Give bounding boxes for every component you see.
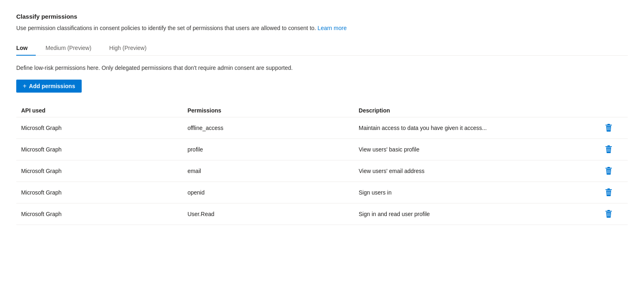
tab-high[interactable]: High (Preview)	[109, 41, 155, 55]
cell-description-4: Sign in and read user profile	[359, 203, 603, 225]
tab-description: Define low-risk permissions here. Only d…	[16, 64, 628, 72]
trash-icon	[605, 145, 612, 154]
cell-permission-1: profile	[187, 139, 358, 160]
col-header-permissions: Permissions	[187, 104, 358, 117]
page-description: Use permission classifications in consen…	[16, 24, 628, 32]
cell-action-2	[603, 160, 628, 182]
delete-button-4[interactable]	[603, 208, 614, 220]
trash-icon	[605, 124, 612, 132]
delete-button-1[interactable]	[603, 144, 614, 155]
table-row: Microsoft Graph email View users' email …	[16, 160, 628, 182]
cell-permission-2: email	[187, 160, 358, 182]
cell-api-2: Microsoft Graph	[16, 160, 187, 182]
col-header-description: Description	[359, 104, 603, 117]
tab-medium[interactable]: Medium (Preview)	[46, 41, 100, 55]
trash-icon	[605, 167, 612, 175]
table-row: Microsoft Graph User.Read Sign in and re…	[16, 203, 628, 225]
trash-icon	[605, 210, 612, 218]
cell-api-4: Microsoft Graph	[16, 203, 187, 225]
cell-description-3: Sign users in	[359, 182, 603, 203]
delete-button-3[interactable]	[603, 187, 614, 198]
table-row: Microsoft Graph offline_access Maintain …	[16, 117, 628, 139]
learn-more-link[interactable]: Learn more	[318, 25, 347, 31]
table-body: Microsoft Graph offline_access Maintain …	[16, 117, 628, 225]
table-row: Microsoft Graph openid Sign users in	[16, 182, 628, 203]
table-row: Microsoft Graph profile View users' basi…	[16, 139, 628, 160]
page-title: Classify permissions	[16, 13, 628, 20]
table-header: API used Permissions Description	[16, 104, 628, 117]
cell-action-1	[603, 139, 628, 160]
description-text: Use permission classifications in consen…	[16, 25, 316, 31]
add-permissions-button[interactable]: + Add permissions	[16, 80, 82, 93]
delete-button-2[interactable]	[603, 165, 614, 177]
cell-action-0	[603, 117, 628, 139]
col-header-action	[603, 104, 628, 117]
col-header-api: API used	[16, 104, 187, 117]
delete-button-0[interactable]	[603, 122, 614, 134]
plus-icon: +	[23, 83, 26, 89]
cell-api-1: Microsoft Graph	[16, 139, 187, 160]
cell-description-1: View users' basic profile	[359, 139, 603, 160]
permissions-table: API used Permissions Description Microso…	[16, 104, 628, 225]
tab-low[interactable]: Low	[16, 41, 36, 55]
trash-icon	[605, 188, 612, 197]
cell-permission-0: offline_access	[187, 117, 358, 139]
cell-description-0: Maintain access to data you have given i…	[359, 117, 603, 139]
cell-api-0: Microsoft Graph	[16, 117, 187, 139]
cell-api-3: Microsoft Graph	[16, 182, 187, 203]
cell-description-2: View users' email address	[359, 160, 603, 182]
cell-permission-3: openid	[187, 182, 358, 203]
cell-action-4	[603, 203, 628, 225]
cell-action-3	[603, 182, 628, 203]
cell-permission-4: User.Read	[187, 203, 358, 225]
tabs-container: Low Medium (Preview) High (Preview)	[16, 41, 628, 56]
add-permissions-label: Add permissions	[29, 83, 75, 89]
table-header-row: API used Permissions Description	[16, 104, 628, 117]
